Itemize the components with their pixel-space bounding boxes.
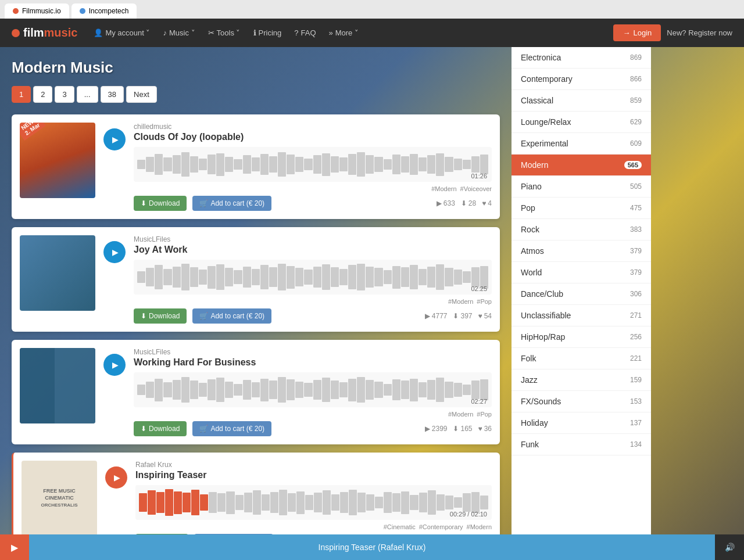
more-icon: »	[329, 28, 333, 37]
download-count-2: ⬇ 397	[453, 312, 472, 320]
sidebar-item-rock[interactable]: Rock 383	[512, 219, 651, 240]
play-count-2: ▶ 4777	[425, 312, 448, 320]
sidebar-item-contemporary[interactable]: Contemporary 866	[512, 69, 651, 90]
sidebar-item-pop[interactable]: Pop 475	[512, 198, 651, 219]
sidebar-item-hiphop[interactable]: HipHop/Rap 256	[512, 326, 651, 348]
tag-modern-3[interactable]: #Modern	[448, 411, 473, 418]
page-btn-next[interactable]: Next	[126, 86, 157, 103]
download-button-1[interactable]: ⬇ Download	[134, 196, 187, 211]
track-info-2: MusicLFiles Joy At Work 02:25 #Modern #P…	[134, 235, 492, 324]
nav-more[interactable]: » More ˅	[324, 25, 363, 41]
download-button-3[interactable]: ⬇ Download	[134, 421, 187, 436]
tag-voiceover-1[interactable]: #Voiceover	[460, 185, 492, 192]
bottom-player: ▶ Inspiring Teaser (Rafael Krux) 🔊	[0, 534, 744, 560]
play-button-2[interactable]: ▶	[103, 241, 126, 263]
track-author-3: MusicLFiles	[134, 348, 492, 356]
sidebar-label-contemporary: Contemporary	[521, 74, 573, 84]
page-btn-3[interactable]: 3	[55, 86, 74, 103]
sidebar-count-funk: 134	[630, 440, 642, 448]
sidebar-label-jazz: Jazz	[521, 375, 538, 385]
register-link[interactable]: New? Register now	[667, 28, 732, 37]
sidebar-item-experimental[interactable]: Experimental 609	[512, 133, 651, 155]
add-to-cart-button-2[interactable]: 🛒 Add to cart (€ 20)	[192, 308, 271, 324]
tag-cinematic-4[interactable]: #Cinematic	[384, 523, 416, 530]
download-count-3: ⬇ 165	[453, 425, 472, 433]
sidebar-item-lounge[interactable]: Lounge/Relax 629	[512, 112, 651, 133]
play-button-1[interactable]: ▶	[103, 128, 126, 150]
tag-modern-4[interactable]: #Modern	[467, 523, 492, 530]
sidebar-count-rock: 383	[630, 225, 642, 234]
like-count-2: ♥ 54	[478, 312, 492, 320]
nav-pricing[interactable]: ℹ Pricing	[249, 25, 287, 41]
waveform-4[interactable]: 00:29 / 02:10	[135, 485, 492, 520]
player-play-button[interactable]: ▶	[0, 534, 29, 560]
waveform-1[interactable]: 01:26	[134, 147, 492, 182]
page-btn-38[interactable]: 38	[101, 86, 124, 103]
page-btn-2[interactable]: 2	[33, 86, 52, 103]
navbar: filmmusic 👤 My account ˅ ♪ Music ˅ ✂ Too…	[0, 19, 744, 47]
sidebar-count-world: 379	[630, 268, 642, 277]
tab-favicon-blue	[80, 8, 85, 14]
sidebar-item-world[interactable]: World 379	[512, 262, 651, 283]
add-to-cart-button-3[interactable]: 🛒 Add to cart (€ 20)	[192, 421, 271, 436]
waveform-2[interactable]: 02:25	[134, 260, 492, 295]
tab-incompetech[interactable]: Incompetech	[71, 3, 137, 19]
nav-links: 👤 My account ˅ ♪ Music ˅ ✂ Tools ˅ ℹ Pri…	[89, 25, 602, 41]
page-title: Modern Music	[12, 53, 500, 86]
page-btn-dots[interactable]: ...	[77, 86, 98, 103]
nav-music[interactable]: ♪ Music ˅	[158, 25, 199, 41]
sidebar-item-fx[interactable]: FX/Sounds 153	[512, 391, 651, 412]
play-button-4[interactable]: ▶	[105, 466, 127, 489]
download-icon-3: ⬇	[141, 425, 146, 433]
play-button-3[interactable]: ▶	[103, 354, 126, 376]
sidebar-item-classical[interactable]: Classical 859	[512, 90, 651, 112]
sidebar-item-dance[interactable]: Dance/Club 306	[512, 283, 651, 305]
like-count-1: ♥ 4	[482, 199, 492, 207]
tag-contemporary-4[interactable]: #Contemporary	[419, 523, 463, 530]
tag-pop-2[interactable]: #Pop	[477, 298, 492, 305]
play-icon-4: ▶	[114, 473, 120, 482]
logo[interactable]: filmmusic	[12, 26, 77, 40]
sidebar-count-atmos: 379	[630, 247, 642, 255]
sidebar-item-folk[interactable]: Folk 221	[512, 348, 651, 369]
login-button[interactable]: → Login	[613, 24, 661, 41]
tag-modern-1[interactable]: #Modern	[431, 185, 456, 192]
track-info-3: MusicLFiles Working Hard For Business 02…	[134, 348, 492, 436]
sidebar-item-funk[interactable]: Funk 134	[512, 434, 651, 455]
sidebar-item-unclassifiable[interactable]: Unclassifiable 271	[512, 305, 651, 326]
sidebar-item-electronica[interactable]: Electronica 869	[512, 47, 651, 69]
sidebar-count-unclassifiable: 271	[630, 311, 642, 320]
cart-icon-1: 🛒	[199, 199, 208, 207]
waveform-3[interactable]: 02:27	[134, 372, 492, 407]
nav-my-account[interactable]: 👤 My account ˅	[89, 25, 155, 41]
track-duration-2: 02:25	[471, 285, 487, 292]
player-volume-button[interactable]: 🔊	[715, 534, 744, 560]
sidebar-item-atmos[interactable]: Atmos 379	[512, 240, 651, 262]
question-icon: ?	[294, 28, 298, 37]
track-thumb-1: NEW2. Mar	[20, 123, 95, 198]
play-count-1: ▶ 633	[437, 199, 455, 207]
tag-modern-2[interactable]: #Modern	[448, 298, 473, 305]
sidebar-item-holiday[interactable]: Holiday 137	[512, 412, 651, 434]
tag-pop-3[interactable]: #Pop	[477, 411, 492, 418]
page-btn-1[interactable]: 1	[12, 86, 31, 103]
download-icon-1: ⬇	[141, 199, 146, 207]
sidebar-label-pop: Pop	[521, 203, 535, 213]
logo-icon	[12, 29, 20, 37]
add-to-cart-button-1[interactable]: 🛒 Add to cart (€ 20)	[192, 196, 271, 211]
sidebar-label-piano: Piano	[521, 182, 542, 191]
play-icon-1: ▶	[112, 135, 119, 144]
sidebar-label-folk: Folk	[521, 354, 536, 363]
sidebar-count-piano: 505	[630, 182, 642, 191]
tab-favicon-red	[13, 8, 19, 14]
nav-tools[interactable]: ✂ Tools ˅	[203, 25, 245, 41]
play-count-3: ▶ 2399	[425, 425, 448, 433]
login-icon: →	[623, 28, 630, 37]
tab-filmmusic[interactable]: Filmmusic.io	[5, 3, 69, 19]
sidebar-item-piano[interactable]: Piano 505	[512, 176, 651, 198]
sidebar-item-jazz[interactable]: Jazz 159	[512, 369, 651, 391]
sidebar-item-modern[interactable]: Modern 565	[512, 155, 651, 176]
download-button-2[interactable]: ⬇ Download	[134, 308, 187, 324]
nav-faq[interactable]: ? FAQ	[289, 25, 320, 41]
track-duration-3: 02:27	[471, 398, 487, 405]
